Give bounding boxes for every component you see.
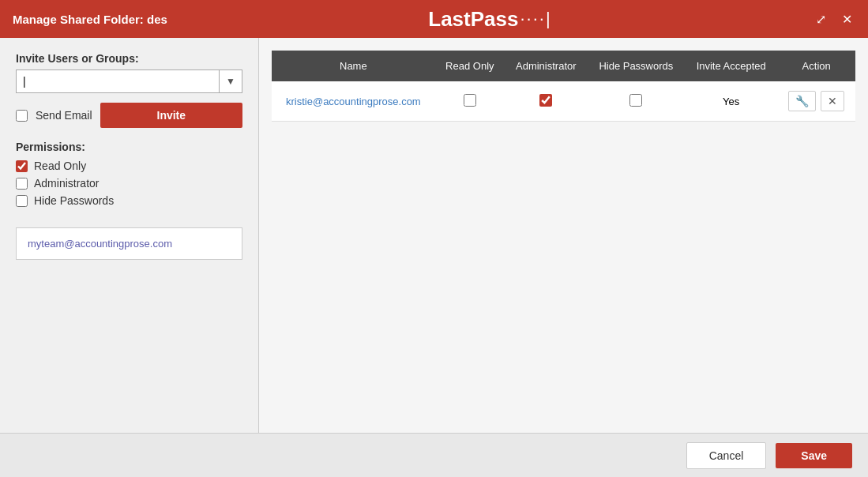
send-email-row: Send Email Invite xyxy=(16,103,242,128)
expand-button[interactable]: ⤢ xyxy=(813,9,829,30)
edit-button[interactable]: 🔧 xyxy=(788,91,816,111)
permissions-title: Permissions: xyxy=(16,141,242,153)
save-button[interactable]: Save xyxy=(776,443,852,468)
administrator-checkbox[interactable] xyxy=(16,178,28,190)
title-bar: Manage Shared Folder: des LastPass ····|… xyxy=(0,0,868,38)
invite-input[interactable] xyxy=(16,69,219,93)
shared-folder-table: Name Read Only Administrator Hide Passwo… xyxy=(272,51,855,122)
window-title: Manage Shared Folder: des xyxy=(13,13,167,26)
team-email-box: myteam@accountingprose.com xyxy=(16,227,242,260)
delete-button[interactable]: ✕ xyxy=(821,91,844,111)
hide-passwords-cell xyxy=(588,81,685,122)
table-row: kristie@accountingprose.com Yes xyxy=(272,81,855,122)
right-panel: Name Read Only Administrator Hide Passwo… xyxy=(259,38,868,433)
logo-text: LastPass xyxy=(428,7,518,32)
invite-accepted-cell: Yes xyxy=(685,81,777,122)
invite-accepted-value: Yes xyxy=(723,96,739,107)
row-readonly-checkbox[interactable] xyxy=(464,94,476,107)
permission-item-readonly: Read Only xyxy=(16,160,242,172)
invite-dropdown-button[interactable]: ▼ xyxy=(219,69,242,93)
hide-passwords-checkbox[interactable] xyxy=(16,195,28,207)
invite-button[interactable]: Invite xyxy=(100,103,242,128)
col-invite-accepted: Invite Accepted xyxy=(685,51,777,81)
readonly-checkbox[interactable] xyxy=(16,160,28,172)
row-admin-checkbox[interactable] xyxy=(539,94,552,107)
invite-input-row: ▼ xyxy=(16,69,242,93)
col-administrator: Administrator xyxy=(505,51,588,81)
table-header-row: Name Read Only Administrator Hide Passwo… xyxy=(272,51,855,81)
send-email-label: Send Email xyxy=(36,109,92,122)
administrator-cell xyxy=(505,81,588,122)
hide-passwords-label: Hide Passwords xyxy=(34,194,114,207)
permission-item-admin: Administrator xyxy=(16,177,242,190)
lastpass-logo: LastPass ····| xyxy=(428,7,551,32)
close-button[interactable]: ✕ xyxy=(839,9,855,30)
administrator-label: Administrator xyxy=(34,177,99,190)
col-read-only: Read Only xyxy=(435,51,505,81)
title-bar-actions: ⤢ ✕ xyxy=(813,9,855,30)
col-name: Name xyxy=(272,51,435,81)
invite-users-label: Invite Users or Groups: xyxy=(16,52,242,65)
row-hidepass-checkbox[interactable] xyxy=(629,94,642,107)
send-email-checkbox[interactable] xyxy=(16,110,28,122)
col-hide-passwords: Hide Passwords xyxy=(588,51,685,81)
action-cell: 🔧 ✕ xyxy=(777,81,855,122)
team-email-text: myteam@accountingprose.com xyxy=(28,238,172,250)
col-action: Action xyxy=(777,51,855,81)
footer: Cancel Save xyxy=(0,433,868,477)
cancel-button[interactable]: Cancel xyxy=(686,442,767,469)
main-content: Invite Users or Groups: ▼ Send Email Inv… xyxy=(0,38,868,433)
user-name-cell: kristie@accountingprose.com xyxy=(272,81,435,122)
left-panel: Invite Users or Groups: ▼ Send Email Inv… xyxy=(0,38,259,433)
readonly-label: Read Only xyxy=(34,160,86,172)
permissions-section: Permissions: Read Only Administrator Hid… xyxy=(16,141,242,212)
action-buttons: 🔧 ✕ xyxy=(785,91,847,111)
logo-dots: ····| xyxy=(520,9,551,29)
user-email: kristie@accountingprose.com xyxy=(286,96,421,107)
read-only-cell xyxy=(435,81,505,122)
permission-item-hidepass: Hide Passwords xyxy=(16,194,242,207)
